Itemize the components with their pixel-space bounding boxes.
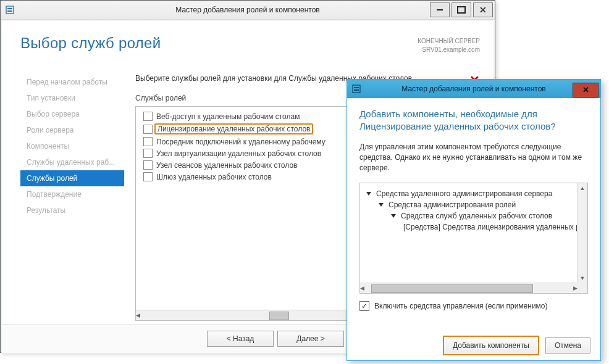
tree-node-licensing-tools[interactable]: [Средства] Средства лицензирования удале… [364, 221, 574, 233]
server-manager-icon [351, 83, 362, 94]
tree-node-role-admin-tools[interactable]: Средства администрирования ролей [364, 199, 574, 210]
scrollbar-corner [578, 283, 587, 293]
page-title: Выбор служб ролей [20, 35, 161, 54]
nav-before-you-begin[interactable]: Перед началом работы [20, 74, 124, 90]
svg-rect-5 [354, 89, 359, 91]
role-label: Узел сеансов удаленных рабочих столов [156, 161, 297, 170]
checkbox[interactable] [143, 125, 153, 134]
nav-server-selection[interactable]: Выбор сервера [20, 106, 124, 122]
scrollbar-thumb[interactable] [269, 312, 289, 320]
dialog-titlebar[interactable]: Мастер добавления ролей и компонентов ✕ [347, 80, 600, 98]
expand-icon[interactable] [379, 203, 384, 207]
vertical-scrollbar[interactable]: ▲ ▼ [577, 183, 587, 283]
checkbox[interactable] [143, 112, 153, 121]
role-label: Посредник подключений к удаленному рабоч… [156, 138, 326, 146]
destination-server-info: КОНЕЧНЫЙ СЕРВЕР SRV01.example.com [418, 35, 480, 54]
scroll-left-icon[interactable]: ◀ [360, 283, 364, 293]
scroll-right-icon[interactable]: ▶ [573, 283, 578, 293]
required-features-tree: Средства удаленного администрирования се… [359, 183, 588, 294]
wizard-header: Выбор служб ролей КОНЕЧНЫЙ СЕРВЕР SRV01.… [2, 21, 494, 59]
scroll-left-icon[interactable]: ◀ [136, 310, 140, 320]
destination-server: SRV01.example.com [418, 46, 480, 54]
tree-inner: Средства удаленного администрирования се… [360, 183, 578, 283]
checkbox[interactable] [143, 172, 153, 181]
checkbox[interactable] [143, 149, 153, 158]
svg-rect-4 [354, 87, 359, 88]
expand-icon[interactable] [366, 192, 371, 196]
dialog-footer: Добавить компоненты Отмена [347, 331, 600, 360]
svg-rect-2 [7, 10, 12, 12]
add-features-button[interactable]: Добавить компоненты [443, 336, 539, 355]
destination-label: КОНЕЧНЫЙ СЕРВЕР [418, 37, 480, 46]
expand-icon[interactable] [391, 214, 396, 218]
tree-label: Средства удаленного администрирования се… [376, 189, 552, 198]
scrollbar-thumb[interactable] [371, 284, 533, 293]
dialog-cancel-button[interactable]: Отмена [545, 337, 590, 354]
checkbox[interactable] [143, 137, 153, 146]
dialog-body: Добавить компоненты, необходимые для Лиц… [347, 98, 600, 317]
role-label: Шлюз удаленных рабочих столов [156, 173, 272, 181]
role-label: Лицензирование удаленных рабочих столов [154, 123, 313, 134]
svg-rect-1 [7, 8, 12, 9]
tree-label: Средства служб удаленных рабочих столов [401, 212, 552, 220]
horizontal-scrollbar[interactable]: ◀ ▶ [360, 283, 578, 293]
wizard-nav: Перед началом работы Тип установки Выбор… [20, 74, 124, 321]
nav-role-services[interactable]: Службы ролей [20, 170, 124, 186]
tree-node-rds-tools[interactable]: Средства служб удаленных рабочих столов [364, 210, 574, 221]
dialog-close-button[interactable]: ✕ [573, 83, 598, 97]
nav-confirmation[interactable]: Подтверждение [20, 186, 124, 202]
nav-features[interactable]: Компоненты [20, 138, 124, 154]
svg-rect-3 [353, 85, 360, 93]
checkbox[interactable] [143, 160, 153, 170]
scroll-down-icon[interactable]: ▼ [578, 273, 587, 283]
close-button[interactable]: ✕ [473, 2, 493, 17]
wizard-titlebar[interactable]: Мастер добавления ролей и компонентов ✕ [1, 1, 495, 20]
role-label: Веб-доступ к удаленным рабочим столам [156, 112, 300, 121]
next-button[interactable]: Далее > [277, 331, 344, 347]
include-management-tools-row[interactable]: ✓ Включить средства управления (если при… [359, 301, 588, 311]
nav-server-roles[interactable]: Роли сервера [20, 122, 124, 138]
dialog-heading: Добавить компоненты, необходимые для Лиц… [359, 108, 588, 133]
include-management-tools-checkbox[interactable]: ✓ [359, 301, 369, 311]
dialog-title: Мастер добавления ролей и компонентов [347, 85, 600, 93]
tree-node-rsat[interactable]: Средства удаленного администрирования се… [364, 188, 574, 199]
svg-rect-0 [6, 6, 14, 14]
server-manager-icon [4, 4, 15, 15]
tree-label: Средства администрирования ролей [388, 201, 516, 209]
maximize-button[interactable] [452, 2, 471, 17]
add-features-dialog: Мастер добавления ролей и компонентов ✕ … [346, 79, 601, 361]
minimize-button[interactable] [430, 2, 450, 17]
nav-remote-desktop-services[interactable]: Службы удаленных раб... [20, 154, 124, 170]
window-title: Мастер добавления ролей и компонентов [1, 6, 495, 14]
tree-label: [Средства] Средства лицензирования удале… [403, 223, 578, 231]
scroll-up-icon[interactable]: ▲ [578, 183, 587, 193]
window-controls: ✕ [430, 1, 495, 19]
include-management-tools-label: Включить средства управления (если приме… [374, 302, 548, 310]
role-label: Узел виртуализации удаленных рабочих сто… [156, 149, 321, 158]
nav-installation-type[interactable]: Тип установки [20, 90, 124, 106]
nav-results[interactable]: Результаты [20, 202, 124, 218]
previous-button[interactable]: < Назад [207, 331, 274, 347]
dialog-paragraph: Для управления этим компонентом требуютс… [359, 142, 588, 174]
